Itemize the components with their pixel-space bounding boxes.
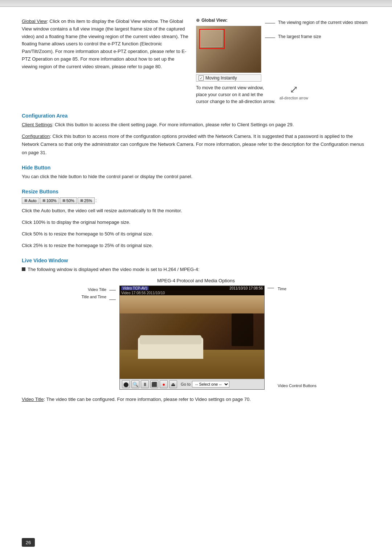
live-video-section: Live Video Window The following window i… xyxy=(22,258,370,390)
colon-separator: : xyxy=(95,198,97,203)
sofa-back xyxy=(140,335,201,344)
resize-buttons-row: ⊞ Auto ⊞ 100% ⊞ 50% ⊞ 25% : xyxy=(22,197,370,204)
global-view-diagram: ⊕ Global View: ✓ Moving Instantly xyxy=(196,18,370,105)
global-view-link[interactable]: Global View xyxy=(22,19,47,24)
configuration-area-heading: Configuration Area xyxy=(22,113,370,119)
page-footer: 26 xyxy=(22,538,35,547)
hide-button-section: Hide Button You can click the hide butto… xyxy=(22,165,370,181)
top-bar xyxy=(0,0,392,7)
title-and-time-label: Title and Time xyxy=(75,294,106,301)
annotation-line-2 xyxy=(265,34,276,41)
video-right-labels: Time Video Control Buttons xyxy=(278,286,317,390)
video-player-outer: Video Title Title and Time xyxy=(22,286,370,390)
time-label-right: Time xyxy=(278,286,317,293)
resize-btn-50-label: 50% xyxy=(66,198,74,203)
video-player-layout: Video Title Title and Time xyxy=(75,286,317,390)
move-description-text: To move the current view window, place y… xyxy=(196,85,276,105)
live-video-bullet: The following window is displayed when t… xyxy=(22,266,370,274)
ctrl-btn-record[interactable]: ⬤ xyxy=(122,380,130,388)
resize-btn-auto[interactable]: ⊞ Auto xyxy=(22,197,39,204)
resize-icon-auto: ⊞ xyxy=(24,198,27,202)
resize-icon-100: ⊞ xyxy=(42,198,45,202)
configuration-area-section: Configuration Area Client Settings: Clic… xyxy=(22,113,370,156)
live-video-heading: Live Video Window xyxy=(22,258,370,263)
live-video-bullet-text: The following window is displayed when t… xyxy=(28,266,199,274)
left-annotation-lines xyxy=(109,286,117,302)
right-annotation xyxy=(268,286,275,297)
moving-instantly-row: ✓ Moving Instantly xyxy=(196,74,261,82)
gv-labels: The viewing region of the current video … xyxy=(265,18,368,41)
goto-label: Go to xyxy=(181,382,191,386)
move-description-row: To move the current view window, place y… xyxy=(196,85,308,105)
client-settings-link[interactable]: Client Settings xyxy=(22,122,52,127)
video-timestamp: 2011/10/10 17:08:56 xyxy=(229,286,263,290)
video-subtitle: Video 17:08:56 2011/10/10 xyxy=(120,291,264,295)
ctrl-btn-eject[interactable]: ⏏ xyxy=(169,380,177,388)
video-content xyxy=(120,295,264,379)
resize-btn-100[interactable]: ⊞ 100% xyxy=(40,197,59,204)
resize-desc-4: Click 25% is to resize the homepage to 2… xyxy=(22,242,370,250)
gv-label-largest-frame: The largest frame size xyxy=(278,34,321,39)
room-ceiling xyxy=(120,295,264,313)
gv-image xyxy=(196,26,261,73)
resize-btn-auto-label: Auto xyxy=(28,198,37,203)
ctrl-btn-search[interactable]: 🔍 xyxy=(131,380,139,388)
client-settings-paragraph: Client Settings: Click this button to ac… xyxy=(22,121,370,129)
all-direction-arrow: ⤢ all-direction arrow xyxy=(279,85,308,101)
resize-icon-25: ⊞ xyxy=(80,198,83,202)
gv-label-viewing-region: The viewing region of the current video … xyxy=(278,20,368,26)
arrow-cross-icon: ⤢ xyxy=(290,85,298,95)
line-video-control xyxy=(268,286,275,291)
dark-object xyxy=(232,313,253,346)
all-direction-label: all-direction arrow xyxy=(279,95,308,101)
moving-instantly-checkbox[interactable]: ✓ xyxy=(199,75,204,81)
resize-btn-25[interactable]: ⊞ 25% xyxy=(78,197,95,204)
global-view-intro-text: Global View: Click on this item to displ… xyxy=(22,18,189,105)
goto-select[interactable]: -- Select one -- xyxy=(192,381,229,387)
video-frame: Video TCP-AV) 2011/10/10 17:08:56 Video … xyxy=(119,286,265,390)
gv-header-label: Global View: xyxy=(201,18,228,23)
gv-red-rect xyxy=(199,29,225,49)
video-controls: ⬤ 🔍 ⏸ ⬛ ● ⏏ Go to -- Select one -- xyxy=(120,379,264,389)
top-section: Global View: Click on this item to displ… xyxy=(22,18,370,105)
resize-buttons-section: Resize Buttons ⊞ Auto ⊞ 100% ⊞ 50% ⊞ 25% xyxy=(22,189,370,250)
resize-btn-50[interactable]: ⊞ 50% xyxy=(60,197,77,204)
resize-btn-100-label: 100% xyxy=(46,198,57,203)
ctrl-btn-red-record[interactable]: ● xyxy=(160,380,168,388)
video-title-label: Video Title xyxy=(75,286,106,294)
video-title-tag: Video TCP-AV) xyxy=(121,286,148,290)
video-control-label: Video Control Buttons xyxy=(278,310,317,390)
video-diagram-area: MPEG-4 Protocol and Media Options Video … xyxy=(22,278,370,390)
resize-desc-2: Click 100% is to display the original ho… xyxy=(22,218,370,226)
hide-button-heading: Hide Button xyxy=(22,165,370,171)
annotation-line-1 xyxy=(265,20,276,27)
bullet-icon xyxy=(22,267,25,271)
gv-header: ⊕ Global View: xyxy=(196,18,261,23)
resize-buttons-heading: Resize Buttons xyxy=(22,189,370,194)
gv-image-row: ⊕ Global View: ✓ Moving Instantly xyxy=(196,18,368,82)
hide-button-body: You can click the hide button to hide th… xyxy=(22,173,370,181)
ctrl-btn-pause[interactable]: ⏸ xyxy=(141,380,149,388)
resize-icon-50: ⊞ xyxy=(62,198,65,202)
resize-desc-1: Click the Auto button, the video cell wi… xyxy=(22,207,370,215)
video-title-footer: Video Title: The video title can be conf… xyxy=(22,395,370,403)
mpeg-label: MPEG-4 Protocol and Media Options xyxy=(22,278,370,283)
video-left-labels: Video Title Title and Time xyxy=(75,286,106,301)
configuration-link[interactable]: Configuration xyxy=(22,134,50,139)
moving-instantly-label: Moving Instantly xyxy=(205,75,237,81)
page-container: Global View: Click on this item to displ… xyxy=(0,0,392,554)
line-video-title xyxy=(109,288,117,293)
wifi-icon: ⊕ xyxy=(196,18,200,23)
resize-btn-25-label: 25% xyxy=(84,198,92,203)
content-area: Global View: Click on this item to displ… xyxy=(0,7,392,429)
configuration-paragraph: Configuration: Click this button to acce… xyxy=(22,132,370,156)
video-title-link[interactable]: Video Title xyxy=(22,397,44,402)
resize-desc-3: Click 50% is to resize the homepage to 5… xyxy=(22,230,370,238)
ctrl-btn-stop[interactable]: ⬛ xyxy=(150,380,158,388)
page-number: 26 xyxy=(22,538,35,547)
video-top-bar: Video TCP-AV) 2011/10/10 17:08:56 xyxy=(120,286,264,291)
line-title-time xyxy=(109,297,117,302)
